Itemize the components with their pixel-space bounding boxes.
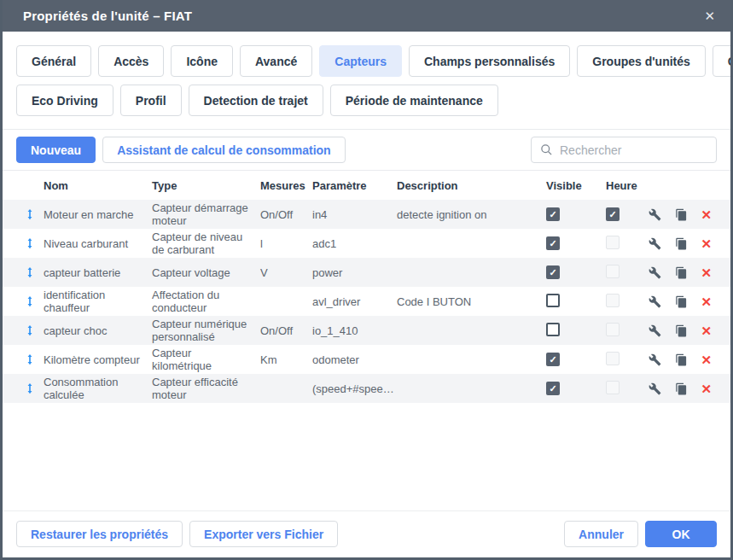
tab-avanc-[interactable]: Avancé bbox=[240, 45, 312, 77]
wrench-icon[interactable] bbox=[649, 382, 661, 395]
ok-button[interactable]: OK bbox=[645, 521, 717, 547]
cell-actions: ✕ bbox=[647, 237, 717, 250]
cell-type: Affectation du conducteur bbox=[152, 287, 260, 316]
tab-g-n-ral[interactable]: Général bbox=[16, 45, 91, 77]
close-icon[interactable]: ✕ bbox=[704, 9, 715, 22]
visible-checkbox[interactable] bbox=[546, 294, 560, 307]
delete-icon[interactable]: ✕ bbox=[701, 353, 712, 366]
heure-checkbox[interactable] bbox=[606, 381, 620, 394]
cell-type: Capteur démarrage moteur bbox=[152, 200, 260, 229]
cell-parametre: (speed+#spee… bbox=[312, 381, 397, 397]
restore-properties-button[interactable]: Restaurer les propriétés bbox=[16, 521, 183, 547]
heure-checkbox[interactable] bbox=[606, 352, 620, 365]
wrench-icon[interactable] bbox=[649, 237, 661, 250]
tab-detection-de-trajet[interactable]: Detection de trajet bbox=[189, 85, 323, 116]
drag-handle-icon[interactable] bbox=[16, 236, 44, 250]
cell-description bbox=[397, 242, 540, 245]
tab-eco-driving[interactable]: Eco Driving bbox=[16, 85, 113, 116]
wrench-icon[interactable] bbox=[649, 266, 661, 279]
cell-type: Capteur numérique personnalisé bbox=[152, 316, 260, 345]
wrench-icon[interactable] bbox=[649, 353, 661, 366]
wrench-icon[interactable] bbox=[649, 295, 661, 308]
cell-heure bbox=[606, 292, 647, 312]
tab-acc-s[interactable]: Accès bbox=[98, 45, 164, 77]
cell-actions: ✕ bbox=[647, 208, 717, 221]
visible-checkbox[interactable] bbox=[546, 323, 560, 336]
cell-parametre: avl_driver bbox=[312, 294, 397, 310]
header-visible: Visible bbox=[540, 179, 606, 192]
cell-description bbox=[397, 387, 540, 390]
search-box[interactable] bbox=[531, 137, 717, 163]
tab-bar: GénéralAccèsIcôneAvancéCapteursChamps pe… bbox=[3, 32, 730, 124]
header-mesures: Mesures bbox=[260, 179, 312, 192]
drag-handle-icon[interactable] bbox=[16, 207, 44, 221]
cell-mesures: l bbox=[260, 236, 312, 252]
drag-handle-icon[interactable] bbox=[16, 382, 44, 395]
visible-checkbox[interactable] bbox=[546, 236, 560, 250]
visible-checkbox[interactable] bbox=[546, 353, 560, 366]
tab-profil[interactable]: Profil bbox=[120, 85, 182, 116]
copy-icon[interactable] bbox=[675, 295, 688, 308]
drag-handle-icon[interactable] bbox=[16, 324, 44, 337]
cell-parametre: io_1_410 bbox=[312, 323, 397, 339]
cancel-button[interactable]: Annuler bbox=[564, 521, 638, 547]
new-sensor-button[interactable]: Nouveau bbox=[16, 137, 96, 163]
tab-champs-personnalis-s[interactable]: Champs personnalisés bbox=[409, 45, 570, 77]
cell-description: Code I BUTON bbox=[397, 294, 540, 310]
drag-handle-icon[interactable] bbox=[16, 265, 44, 279]
tab-capteurs[interactable]: Capteurs bbox=[319, 45, 402, 77]
wrench-icon[interactable] bbox=[649, 208, 661, 221]
copy-icon[interactable] bbox=[675, 324, 688, 337]
heure-checkbox[interactable] bbox=[606, 236, 620, 249]
delete-icon[interactable]: ✕ bbox=[701, 208, 712, 221]
sensor-row: capteur choc Capteur numérique personnal… bbox=[3, 316, 730, 345]
wrench-icon[interactable] bbox=[649, 324, 661, 337]
cell-actions: ✕ bbox=[647, 295, 717, 308]
cell-nom: identification chauffeur bbox=[44, 287, 152, 316]
sensor-row: Moteur en marche Capteur démarrage moteu… bbox=[3, 200, 730, 229]
visible-checkbox[interactable] bbox=[546, 382, 560, 395]
footer-bar: Restaurer les propriétés Exporter vers F… bbox=[3, 510, 730, 557]
heure-checkbox[interactable] bbox=[606, 323, 620, 336]
cell-visible bbox=[540, 351, 606, 369]
visible-checkbox[interactable] bbox=[546, 207, 560, 221]
cell-parametre: odometer bbox=[312, 352, 397, 368]
tab-p-riode-de-maintenance[interactable]: Période de maintenance bbox=[330, 85, 498, 116]
cell-type: Capteur voltage bbox=[152, 265, 260, 281]
drag-handle-icon[interactable] bbox=[16, 295, 44, 308]
export-to-file-button[interactable]: Exporter vers Fichier bbox=[189, 521, 338, 547]
delete-icon[interactable]: ✕ bbox=[701, 266, 712, 279]
copy-icon[interactable] bbox=[675, 208, 688, 221]
copy-icon[interactable] bbox=[675, 237, 688, 250]
tab-groupes-d-unit-s[interactable]: Groupes d'unités bbox=[577, 45, 706, 77]
delete-icon[interactable]: ✕ bbox=[701, 237, 712, 250]
delete-icon[interactable]: ✕ bbox=[701, 324, 712, 337]
consumption-assistant-button[interactable]: Assistant de calcul de consommation bbox=[102, 137, 346, 163]
copy-icon[interactable] bbox=[675, 382, 688, 395]
sensor-row: capteur batterie Capteur voltage V power… bbox=[3, 258, 730, 287]
delete-icon[interactable]: ✕ bbox=[701, 382, 712, 395]
header-heure: Heure bbox=[606, 179, 647, 192]
cell-type: Capteur kilométrique bbox=[152, 345, 260, 374]
cell-nom: capteur batterie bbox=[44, 265, 152, 281]
cell-actions: ✕ bbox=[647, 382, 717, 395]
cell-mesures: V bbox=[260, 265, 312, 281]
copy-icon[interactable] bbox=[675, 266, 688, 279]
tab-ic-ne[interactable]: Icône bbox=[171, 45, 233, 77]
heure-checkbox[interactable] bbox=[606, 265, 620, 278]
copy-icon[interactable] bbox=[675, 353, 688, 366]
cell-actions: ✕ bbox=[647, 324, 717, 337]
cell-mesures bbox=[260, 387, 312, 390]
visible-checkbox[interactable] bbox=[546, 265, 560, 279]
tab-row-1: GénéralAccèsIcôneAvancéCapteursChamps pe… bbox=[16, 45, 717, 77]
delete-icon[interactable]: ✕ bbox=[701, 295, 712, 308]
cell-heure bbox=[606, 321, 647, 341]
heure-checkbox[interactable] bbox=[606, 207, 620, 221]
tab-commandes[interactable]: Commandes bbox=[713, 45, 733, 77]
drag-handle-icon[interactable] bbox=[16, 353, 44, 366]
heure-checkbox[interactable] bbox=[606, 294, 620, 307]
cell-nom: Moteur en marche bbox=[44, 207, 152, 223]
cell-description bbox=[397, 271, 540, 274]
dialog-title: Propriétés de l'unité – FIAT bbox=[23, 9, 192, 23]
search-input[interactable] bbox=[560, 143, 707, 157]
